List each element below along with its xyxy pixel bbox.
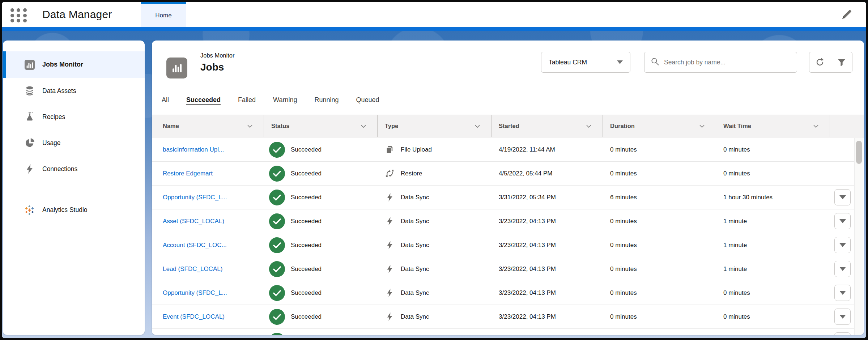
database-icon bbox=[24, 85, 35, 96]
table-actions-group bbox=[809, 52, 852, 73]
success-check-icon bbox=[269, 166, 285, 182]
status-label: Succeeded bbox=[291, 289, 322, 297]
cell-wait-time: 0 minutes bbox=[716, 170, 830, 177]
vertical-scrollbar-thumb[interactable] bbox=[856, 141, 862, 164]
filter-button[interactable] bbox=[831, 52, 852, 72]
cell-name: Event (SFDC_LOCAL) bbox=[152, 313, 264, 320]
cell-actions bbox=[830, 189, 854, 205]
status-label: Succeeded bbox=[291, 170, 322, 177]
search-input[interactable] bbox=[664, 59, 791, 66]
status-label: Succeeded bbox=[291, 194, 322, 201]
cell-started: 3/23/2022, 04:13 PM bbox=[492, 242, 603, 249]
job-search bbox=[644, 52, 797, 73]
job-name-link[interactable]: Account (SFDC_LOC... bbox=[163, 242, 227, 249]
menu-triangle-icon bbox=[839, 195, 846, 199]
bar-chart-icon bbox=[24, 59, 35, 70]
tab-running[interactable]: Running bbox=[306, 96, 347, 115]
column-header-duration[interactable]: Duration bbox=[603, 115, 716, 137]
job-name-link[interactable]: Asset (SFDC_LOCAL) bbox=[163, 218, 224, 225]
tab-all[interactable]: All bbox=[153, 96, 178, 115]
edit-pencil-icon[interactable] bbox=[841, 8, 853, 20]
sidebar-item-usage[interactable]: Usage bbox=[3, 130, 145, 156]
tab-queued[interactable]: Queued bbox=[348, 96, 388, 115]
refresh-button[interactable] bbox=[809, 52, 831, 72]
page-background: Data Manager Home Jobs MonitorData Asset… bbox=[2, 2, 866, 338]
cell-wait-time: 0 minutes bbox=[716, 313, 830, 320]
sidebar-item-connections[interactable]: Connections bbox=[3, 156, 145, 182]
tab-succeeded[interactable]: Succeeded bbox=[178, 96, 229, 115]
pie-chart-icon bbox=[24, 137, 35, 148]
nav-tab-home[interactable]: Home bbox=[141, 2, 186, 27]
nav-tab-home-label: Home bbox=[155, 12, 171, 19]
row-menu-button[interactable] bbox=[834, 213, 851, 229]
sidebar-item-label: Jobs Monitor bbox=[42, 61, 83, 68]
cell-duration: 0 minutes bbox=[603, 313, 716, 320]
column-header-actions bbox=[830, 115, 864, 137]
cell-type: Data Sync bbox=[378, 240, 492, 250]
row-menu-button[interactable] bbox=[834, 261, 851, 277]
cell-actions bbox=[830, 213, 854, 229]
column-header-type[interactable]: Type bbox=[378, 115, 492, 137]
app-selector-dropdown[interactable]: Tableau CRM bbox=[541, 52, 630, 73]
row-menu-button[interactable] bbox=[834, 285, 851, 301]
app-launcher-icon[interactable] bbox=[10, 8, 28, 23]
table-row: Lead (SFDC_LOCAL)SucceededData Sync3/23/… bbox=[152, 257, 854, 281]
refresh-icon bbox=[814, 57, 825, 68]
data-sync-icon bbox=[385, 216, 395, 226]
cell-started: 3/23/2022, 04:13 PM bbox=[492, 265, 603, 273]
table-row: Opportunity (SFDC_L...SucceededData Sync… bbox=[152, 281, 854, 305]
sidebar: Jobs MonitorData AssetsRecipesUsageConne… bbox=[3, 41, 145, 335]
tab-failed[interactable]: Failed bbox=[229, 96, 264, 115]
sidebar-item-data-assets[interactable]: Data Assets bbox=[3, 78, 145, 104]
table-row: Account (SFDC_LOC...SucceededData Sync3/… bbox=[152, 233, 854, 257]
success-check-icon bbox=[269, 261, 285, 277]
sidebar-item-recipes[interactable]: Recipes bbox=[3, 104, 145, 130]
row-menu-button[interactable] bbox=[834, 309, 851, 325]
chevron-down-icon bbox=[361, 123, 366, 129]
column-label: Wait Time bbox=[723, 123, 751, 129]
column-header-wait-time[interactable]: Wait Time bbox=[716, 115, 830, 137]
cell-status: Succeeded bbox=[264, 213, 378, 229]
job-name-link[interactable]: Restore Edgemart bbox=[163, 170, 213, 177]
chevron-down-icon bbox=[813, 123, 819, 129]
type-label: Data Sync bbox=[401, 218, 429, 225]
cell-type: File Upload bbox=[378, 145, 492, 154]
column-label: Duration bbox=[610, 123, 635, 129]
sidebar-item-jobs-monitor[interactable]: Jobs Monitor bbox=[3, 51, 145, 78]
table-row: Event (SFDC_LOCAL)SucceededData Sync3/23… bbox=[152, 305, 854, 329]
vertical-scrollbar-track bbox=[854, 138, 863, 335]
cell-name: basicInformation Upl... bbox=[152, 146, 264, 153]
cell-name: Asset (SFDC_LOCAL) bbox=[152, 218, 264, 225]
cell-status bbox=[264, 333, 378, 335]
search-icon bbox=[650, 57, 660, 68]
job-name-link[interactable]: Opportunity (SFDC_L... bbox=[163, 289, 227, 297]
flask-icon bbox=[24, 111, 35, 122]
cell-status: Succeeded bbox=[264, 285, 378, 301]
job-name-link[interactable]: basicInformation Upl... bbox=[163, 146, 224, 153]
tab-warning[interactable]: Warning bbox=[264, 96, 306, 115]
cell-name: Opportunity (SFDC_L... bbox=[152, 289, 264, 297]
column-header-started[interactable]: Started bbox=[492, 115, 603, 137]
row-menu-button[interactable] bbox=[834, 189, 851, 205]
job-name-link[interactable]: Opportunity (SFDC_L... bbox=[163, 194, 227, 201]
type-label: File Upload bbox=[401, 146, 432, 153]
cell-type: Data Sync bbox=[378, 264, 492, 274]
column-header-name[interactable]: Name bbox=[152, 115, 264, 137]
cell-wait-time: 1 minute bbox=[716, 265, 830, 273]
row-menu-button[interactable] bbox=[834, 237, 851, 253]
status-tabs: AllSucceededFailedWarningRunningQueued bbox=[152, 91, 864, 115]
job-name-link[interactable]: Event (SFDC_LOCAL) bbox=[163, 313, 225, 320]
success-check-icon bbox=[269, 213, 285, 229]
sidebar-item-analytics-studio[interactable]: Analytics Studio bbox=[3, 195, 145, 224]
jobs-monitor-icon bbox=[166, 58, 187, 78]
row-menu-button[interactable] bbox=[834, 332, 851, 335]
sidebar-item-label: Usage bbox=[42, 139, 61, 147]
status-label: Succeeded bbox=[291, 146, 322, 153]
table-row bbox=[152, 329, 854, 335]
cell-status: Succeeded bbox=[264, 237, 378, 253]
job-name-link[interactable]: Lead (SFDC_LOCAL) bbox=[163, 265, 222, 273]
success-check-icon bbox=[269, 309, 285, 325]
type-label: Data Sync bbox=[401, 313, 429, 320]
column-header-status[interactable]: Status bbox=[264, 115, 378, 137]
cell-status: Succeeded bbox=[264, 166, 378, 182]
